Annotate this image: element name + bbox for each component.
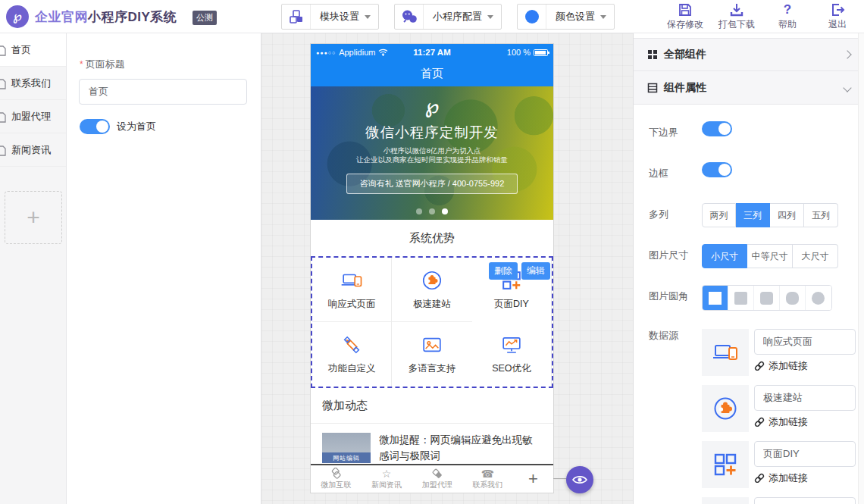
save-button[interactable]: 保存修改 <box>667 2 703 31</box>
sidebar-item-label: 首页 <box>11 44 31 55</box>
add-page-button[interactable]: + <box>5 191 62 244</box>
hero-logo-icon: ℘ <box>311 94 553 118</box>
news-title: 微加提醒：网页编辑应避免出现敏感词与极限词 <box>379 433 542 464</box>
image-size-button-group: 小尺寸 中等尺寸 大尺寸 <box>702 244 864 268</box>
datasource-item: 添加链接 <box>702 385 864 432</box>
columns-option-3[interactable]: 三列 <box>736 203 770 227</box>
radius-option-0[interactable] <box>703 286 728 310</box>
datasource-icon-box <box>702 441 749 488</box>
page-icon <box>0 112 6 123</box>
page-diy-icon <box>712 451 739 478</box>
download-button[interactable]: 打包下载 <box>718 2 755 31</box>
component-props-label: 组件属性 <box>664 81 706 95</box>
phone-preview: ●●●○○ Applidium 11:27 AM 100 % 首页 ℘ 微信小程… <box>311 44 553 493</box>
save-label: 保存修改 <box>667 18 703 31</box>
chevron-down-icon <box>600 15 606 19</box>
columns-option-2[interactable]: 两列 <box>702 203 736 227</box>
all-components-header[interactable]: 全部组件 <box>634 38 864 71</box>
news-thumbnail: 网站编辑 <box>322 433 371 463</box>
tab-contact[interactable]: ☎ 联系我们 <box>462 468 513 490</box>
chevron-right-icon <box>843 50 851 58</box>
help-button[interactable]: ? 帮助 <box>770 2 805 31</box>
phone-status-bar: ●●●○○ Applidium 11:27 AM 100 % <box>311 44 553 61</box>
grid-item-responsive[interactable]: 响应式页面 <box>312 258 392 322</box>
delete-button[interactable]: 删除 <box>489 262 518 280</box>
image-size-small[interactable]: 小尺寸 <box>702 244 747 268</box>
image-size-large[interactable]: 大尺寸 <box>793 244 838 268</box>
radius-option-2[interactable] <box>754 286 780 310</box>
bottom-border-toggle[interactable] <box>702 121 732 136</box>
chevron-down-icon <box>487 15 493 19</box>
hero-cta-button[interactable]: 咨询有礼 送官网小程序 / 400-0755-992 <box>346 174 518 194</box>
columns-option-4[interactable]: 四列 <box>770 203 804 227</box>
sidebar-item-news[interactable]: 新闻资讯 <box>0 133 66 167</box>
star-icon: ☆ <box>382 468 392 480</box>
download-icon <box>729 2 744 17</box>
image-size-label: 图片尺寸 <box>649 249 688 262</box>
preview-eye-button[interactable] <box>566 466 593 493</box>
multi-language-icon <box>421 333 443 356</box>
fast-build-icon <box>712 395 739 422</box>
radius-option-4[interactable] <box>806 286 831 310</box>
set-home-toggle[interactable] <box>80 119 110 134</box>
tab-weijia[interactable]: 微加互联 <box>311 468 362 490</box>
hero-title: 微信小程序定制开发 <box>311 123 553 142</box>
phone-nav-title: 首页 <box>421 67 443 81</box>
grid-item-custom-function[interactable]: 功能自定义 <box>312 322 392 387</box>
header-dropdowns: 模块设置 小程序配置 颜色设置 <box>281 4 615 30</box>
add-link-button[interactable]: 添加链接 <box>754 471 856 485</box>
add-link-button[interactable]: 添加链接 <box>754 359 856 373</box>
miniprogram-config-dropdown[interactable]: 小程序配置 <box>394 4 502 30</box>
radius-option-1[interactable] <box>728 286 754 310</box>
custom-function-icon <box>340 333 363 356</box>
add-link-button[interactable]: 添加链接 <box>754 415 856 429</box>
sidebar-item-label: 加盟代理 <box>11 111 51 122</box>
module-settings-dropdown[interactable]: 模块设置 <box>281 4 379 30</box>
datasource-title-input[interactable] <box>754 441 856 467</box>
chevron-down-icon <box>365 15 371 19</box>
grid-item-seo[interactable]: SEO优化 <box>472 322 552 387</box>
tabbar-add-button[interactable]: + <box>513 469 553 489</box>
exit-button[interactable]: 退出 <box>820 2 855 31</box>
radius-option-3[interactable] <box>780 286 806 310</box>
section-title-news[interactable]: 微加动态 <box>311 388 553 424</box>
sidebar-item-home[interactable]: 首页 <box>0 33 66 67</box>
hero-banner[interactable]: ℘ 微信小程序定制开发 小程序以微信8亿用户为切入点 让企业以及商家在短时间里实… <box>311 86 553 220</box>
grid-item-fast-build[interactable]: 极速建站 <box>392 258 471 322</box>
component-props-header[interactable]: 组件属性 <box>634 71 864 105</box>
border-toggle[interactable] <box>702 162 732 177</box>
cubes-icon <box>282 5 311 29</box>
advantages-grid-selected[interactable]: 删除 编辑 响应式页面 极速建站 页面DIY 功能自定义 多语言支持 <box>311 256 553 388</box>
datasource-title-input[interactable] <box>754 385 856 411</box>
carousel-dots[interactable] <box>311 208 553 214</box>
help-label: 帮助 <box>778 18 797 31</box>
save-icon <box>678 2 693 17</box>
tab-agency[interactable]: 加盟代理 <box>412 468 462 490</box>
tab-news[interactable]: ☆ 新闻资讯 <box>362 468 412 490</box>
section-title-advantages[interactable]: 系统优势 <box>311 220 553 256</box>
sidebar-item-agency[interactable]: 加盟代理 <box>0 100 66 133</box>
page-icon <box>0 45 6 56</box>
responsive-page-icon <box>340 269 363 292</box>
columns-option-5[interactable]: 五列 <box>804 203 838 227</box>
tags-icon <box>431 468 443 480</box>
edit-button[interactable]: 编辑 <box>521 262 550 280</box>
color-circle-icon <box>518 5 546 29</box>
sidebar-item-contact[interactable]: 联系我们 <box>0 67 66 100</box>
page-title-input[interactable] <box>79 79 247 105</box>
news-list-item[interactable]: 网站编辑 微加提醒：网页编辑应避免出现敏感词与极限词 <box>311 424 553 464</box>
fast-build-icon <box>421 269 443 292</box>
page-settings-panel: *页面标题 设为首页 <box>67 33 261 504</box>
datasource-icon-box <box>702 385 749 432</box>
datasource-item: 添加链接 <box>702 497 864 504</box>
wechat-icon <box>395 5 424 29</box>
image-size-medium[interactable]: 中等尺寸 <box>747 244 793 268</box>
all-components-label: 全部组件 <box>664 48 706 61</box>
chevron-down-icon <box>843 83 851 92</box>
grid-item-multi-language[interactable]: 多语言支持 <box>392 322 471 387</box>
news-thumb-caption: 网站编辑 <box>322 452 371 463</box>
image-radius-group <box>702 285 832 311</box>
color-settings-dropdown[interactable]: 颜色设置 <box>517 4 615 30</box>
inspector-scrollbar[interactable] <box>858 33 864 504</box>
datasource-title-input[interactable] <box>754 497 856 504</box>
